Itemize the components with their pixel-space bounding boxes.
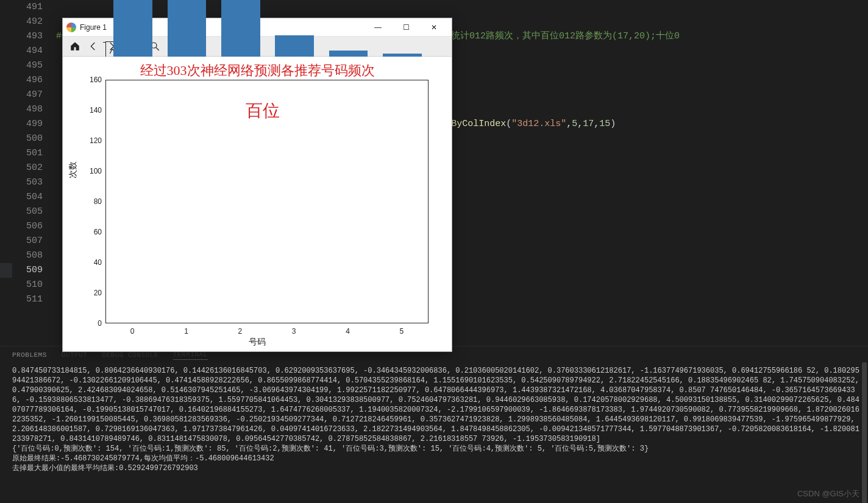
chart-ytick: 60	[94, 228, 102, 236]
chart-ytick: 40	[94, 258, 102, 267]
chart-bar	[168, 0, 207, 58]
line-number: 500	[0, 132, 43, 146]
chart-xtick: 4	[346, 327, 350, 336]
toolbar-home-button[interactable]	[66, 38, 84, 55]
code-comma: ,	[566, 119, 572, 129]
chart-area: 经过303次神经网络预测各推荐号码频次 百位 次数 号码 02040608010…	[63, 57, 452, 351]
line-number: 497	[0, 88, 43, 102]
active-line-highlight	[0, 263, 12, 278]
figure-title: Figure 1	[80, 23, 107, 32]
code-comma: ,	[577, 119, 583, 129]
chart-bar	[275, 35, 314, 58]
code-number: 15	[599, 119, 610, 129]
line-number: 491	[0, 0, 43, 15]
line-number: 502	[0, 161, 43, 175]
line-number: 508	[0, 248, 43, 263]
chart-ytick: 160	[90, 76, 102, 84]
terminal-line: 0.847450733184815, 0.8064236640930176, 0…	[12, 366, 859, 444]
line-number: 503	[0, 175, 43, 190]
code-comma: ,	[594, 119, 599, 129]
chart-ytick: 120	[90, 136, 102, 145]
terminal-line: 原始最终结果:-5.468730245879774,每次均值平均：-5.4680…	[12, 454, 859, 463]
line-number: 499	[0, 117, 43, 132]
chart-title: 经过303次神经网络预测各推荐号码频次	[63, 62, 452, 80]
chart-xtick: 1	[184, 327, 188, 336]
figure-window[interactable]: Figure 1 — ☐ ✕	[62, 18, 452, 352]
tab-problems[interactable]: PROBLEMS	[12, 351, 47, 359]
toolbar-edit-button[interactable]	[105, 41, 123, 58]
chart-ytick: 100	[90, 167, 102, 175]
code-number: 5	[572, 119, 577, 129]
line-number: 495	[0, 58, 43, 73]
line-number: 507	[0, 234, 43, 248]
line-number: 506	[0, 219, 43, 234]
line-number: 510	[0, 278, 43, 292]
chart-ylabel: 次数	[68, 161, 79, 178]
chart-xtick: 2	[238, 327, 242, 336]
line-number: 505	[0, 205, 43, 219]
chart-ytick: 0	[98, 319, 102, 328]
chart-ytick: 80	[94, 197, 102, 206]
maximize-button[interactable]: ☐	[392, 18, 420, 37]
line-number: 493	[0, 29, 43, 44]
chart-ytick: 20	[94, 289, 102, 297]
chart-bar	[221, 0, 260, 58]
watermark: CSDN @GIS小天	[797, 488, 859, 499]
terminal-line: 去掉最大最小值的最终平均结果:0.5292499726792903	[12, 463, 859, 473]
terminal-scrollbar[interactable]	[861, 362, 868, 503]
toolbar-back-button[interactable]	[85, 38, 102, 55]
figure-toolbar	[63, 37, 452, 57]
line-number: 501	[0, 146, 43, 161]
line-number: 511	[0, 292, 43, 307]
code-number: 17	[583, 119, 594, 129]
close-button[interactable]: ✕	[420, 18, 448, 37]
chart-plot-area	[105, 80, 429, 323]
code-paren: )	[610, 119, 616, 129]
line-number: 496	[0, 73, 43, 88]
line-number-gutter: 491 492 493 494 495 496 497 498 499 500 …	[0, 0, 56, 351]
chart-xlabel: 号码	[63, 337, 452, 348]
code-paren: (	[506, 119, 511, 129]
matplotlib-icon	[66, 23, 76, 32]
bottom-panel: PROBLEMS OUTPUT DEBUG CONSOLE TERMINAL 0…	[0, 346, 868, 503]
line-number: 498	[0, 102, 43, 117]
minimize-button[interactable]: —	[364, 18, 392, 37]
code-string: "3d12.xls"	[511, 119, 566, 129]
chart-xtick: 0	[130, 327, 135, 336]
chart-xtick: 3	[292, 327, 296, 336]
line-number: 494	[0, 44, 43, 58]
chart-xtick: 5	[399, 327, 404, 336]
terminal-line: {'百位号码:0,预测次数': 154, '百位号码:1,预测次数': 85, …	[12, 444, 859, 454]
chart-bar	[113, 0, 152, 58]
terminal-output[interactable]: 0.847450733184815, 0.8064236640930176, 0…	[0, 362, 868, 503]
line-number: 504	[0, 190, 43, 205]
tab-output[interactable]: OUTPUT	[62, 351, 88, 359]
line-number: 492	[0, 15, 43, 29]
tab-debug-console[interactable]: DEBUG CONSOLE	[102, 351, 158, 359]
chart-ytick: 140	[90, 106, 102, 114]
minimap[interactable]	[866, 0, 868, 351]
